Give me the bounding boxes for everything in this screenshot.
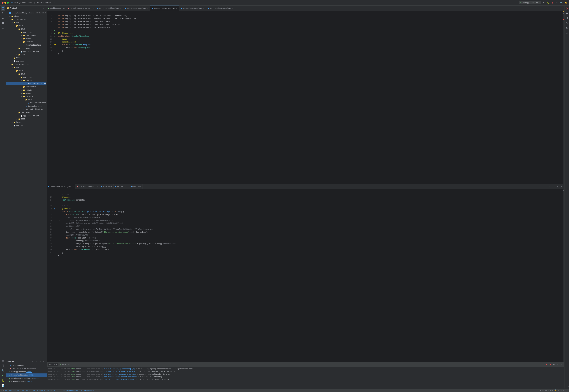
run-config-selector[interactable]: ▶ UserApplication ▾ [519,1,541,4]
breadcrumb-root[interactable]: springCloudStudy [5,390,20,391]
tab-pom-eureka[interactable]: pom.xml (eureka-server) ✕ [66,6,95,11]
indent-label[interactable]: 4 spaces [558,390,565,391]
more-actions-button[interactable]: ⋯ [555,1,558,4]
tab-close-borrow-controller[interactable]: ✕ [120,7,122,9]
tree-item-book-yml[interactable]: ▶ 📄 application.yml [6,50,46,53]
right-icon-indent[interactable] [565,31,569,36]
services-close-icon[interactable]: ✕ [35,360,38,363]
project-settings-icon[interactable]: ⚙ [42,7,45,10]
tree-item-borrow-service-file[interactable]: ▶ ☕ BorrowService [6,105,46,108]
service-eureka-app[interactable]: ▶ EurekaServerApplication :8888/ [6,377,47,380]
sidebar-icon-structure[interactable] [0,363,5,368]
tab-close-book-application[interactable]: ✕ [203,7,205,9]
tree-item-book-mapper[interactable]: ▶ 📁 mapper [6,37,46,40]
tab-nav-down-icon[interactable]: ▼ [556,185,559,188]
close-button[interactable] [2,2,3,4]
tree-item-borrow-service-impl[interactable]: ▶ ☕ BorrowServiceImpl [6,101,46,105]
tree-item-book-java[interactable]: ▾ 📁 java [6,28,46,31]
sidebar-icon-run[interactable]: ▶ [0,373,5,378]
right-icon-history[interactable] [565,21,569,26]
code-scroll-bottom[interactable]: 23 24 25 26 27 28 29 30 31 32 33 [47,189,564,362]
tree-item-book-resources[interactable]: ▾ 📁 resources [6,47,46,50]
minimize-button[interactable] [4,2,6,4]
vcs-menu[interactable]: Version control ▾ [37,2,55,4]
tree-item-book-service[interactable]: ▾ 📁 book-service [6,18,46,21]
tree-item-borrow-comtest[interactable]: ▾ 📁 com.test [6,76,46,79]
tree-item-borrow-config[interactable]: ▾ 📁 config [6,79,46,82]
sidebar-icon-search[interactable]: 🔍 [0,368,5,373]
service-book-app[interactable]: ▶ BookApplication :8081/ [6,370,47,373]
breadcrumb-class[interactable]: BeanConfiguration [69,390,86,391]
tree-item-borrow-impl[interactable]: ▾ 📁 impl [6,98,46,101]
tree-item-borrow-mapper[interactable]: ▶ 📁 mapper [6,92,46,95]
services-collapse-icon[interactable]: ⊖ [31,360,34,363]
code-scroll-top[interactable]: 3 4 5 6 7 9 10 11 12 13 14 15 [47,11,564,184]
editor-scrollbar-bottom[interactable] [563,189,564,362]
tab-close-bean-configuration[interactable]: ✕ [176,7,178,9]
tab-dropdown-icon[interactable]: ▾ [556,7,559,10]
tree-item-bean-configuration[interactable]: ▶ ☕ BeanConfiguration [6,82,46,85]
console-output[interactable]: 2024-10-19 08:27:10.786 INFO 86855 --- [… [47,367,564,389]
tab-borrow-controller[interactable]: BorrowController.java ✕ [95,6,124,11]
search-button[interactable]: 🔍 [560,1,563,4]
sidebar-icon-bookmarks[interactable] [0,21,5,26]
breadcrumb-com[interactable]: com [52,390,55,391]
tree-item-book-src[interactable]: ▾ 📁 src [6,21,46,24]
tree-item-borrow-yml[interactable]: ▶ 📄 application.yml [6,114,46,117]
sidebar-icon-debug[interactable]: 🐛 [0,378,5,383]
services-filter-icon[interactable]: ⊞ [38,360,42,363]
tab-nav-up-icon[interactable]: ▲ [552,185,555,188]
console-more-icon[interactable]: ⋯ [560,363,563,366]
tree-item-borrow-pom[interactable]: ▶ 📄 pom.xml [6,124,46,127]
tab-borrow-service-impl[interactable]: BorrowServiceImpl.java ✕ [47,184,76,189]
breadcrumb-src[interactable]: src [37,390,40,391]
console-clear-icon[interactable]: 🗑 [552,363,555,366]
service-borrow-app[interactable]: ▶ BorrowApplication :8082/ [6,373,47,377]
tree-item-borrow-service-folder[interactable]: ▾ 📁 service [6,95,46,98]
breadcrumb-java[interactable]: java [47,390,51,391]
tree-item-book-main[interactable]: ▾ 📁 main [6,24,46,28]
tree-item-book-pom[interactable]: ▶ 📄 pom.xml [6,60,46,63]
encoding[interactable]: UTF-8 [548,390,553,391]
code-content-top[interactable]: import org.springframework.cloud.client.… [57,11,564,184]
right-icon-palette[interactable] [565,26,569,31]
sidebar-icon-find[interactable] [0,11,5,16]
actuator-tab[interactable]: ◉ Actuator [59,363,72,366]
tree-item-borrow-target[interactable]: ▶ 📁 target [6,121,46,124]
tree-item-book-comtest[interactable]: ▾ 📁 com.test [6,31,46,34]
tree-item-book-application[interactable]: ▶ ☕ BookApplication [6,43,46,47]
tree-item-book-test[interactable]: ▶ 📁 test [6,53,46,56]
tree-item-borrow-controller[interactable]: ▶ 📁 controller [6,85,46,88]
breadcrumb-method[interactable]: template [87,390,95,391]
tab-borrow-java[interactable]: Borrow.java [113,184,129,189]
tab-pom-commons[interactable]: pom.xml (commons) ✕ [76,184,100,189]
tree-item-borrow-service[interactable]: ▾ 📁 borrow-service [6,63,46,66]
breadcrumb-config[interactable]: config [62,390,68,391]
tree-item-borrow-src[interactable]: ▾ 📁 src [6,66,46,69]
code-content-bottom[interactable]: 2 usages @Resource RestTemplate template… [57,189,564,362]
tree-item-book-controller[interactable]: ▶ 📁 controller [6,34,46,37]
tab-borrow-application[interactable]: BorrowApplication.java ✕ [206,6,235,11]
tab-book-java[interactable]: Book.java [100,184,113,189]
right-icon-database[interactable] [565,11,569,16]
tab-close-pom-commons[interactable]: ✕ [96,186,98,188]
breadcrumb-module[interactable]: borrow-service [22,390,35,391]
tree-item-idea[interactable]: ▶ 📁 .idea [6,14,46,18]
console-scroll-icon[interactable]: ⊟ [556,363,559,366]
breadcrumb-main[interactable]: main [41,390,45,391]
tab-user-java[interactable]: User.java [129,184,143,189]
right-icon-git[interactable] [565,16,569,21]
sidebar-icon-profiler[interactable]: 📊 [0,383,5,388]
maximize-button[interactable] [7,2,9,4]
tab-close-user-application[interactable]: ✕ [147,7,149,9]
services-add-icon[interactable]: ＋ [42,360,45,363]
tab-book-application[interactable]: BookApplication.java ✕ [179,6,206,11]
sidebar-icon-more[interactable]: ⋯ [0,26,5,31]
tree-item-borrow-entity[interactable]: ▶ 📁 entity [6,88,46,92]
service-borrow-install[interactable]: ● borrow-service [install] [6,367,47,370]
tab-bean-configuration[interactable]: BeanConfiguration.java ✕ [151,6,179,11]
tree-item-borrow-main[interactable]: ▾ 📁 main [6,69,46,72]
line-sep[interactable]: LF [545,390,547,391]
tab-user-application[interactable]: UserApplication.java ✕ [124,6,151,11]
right-icon-notifications[interactable] [565,6,569,11]
